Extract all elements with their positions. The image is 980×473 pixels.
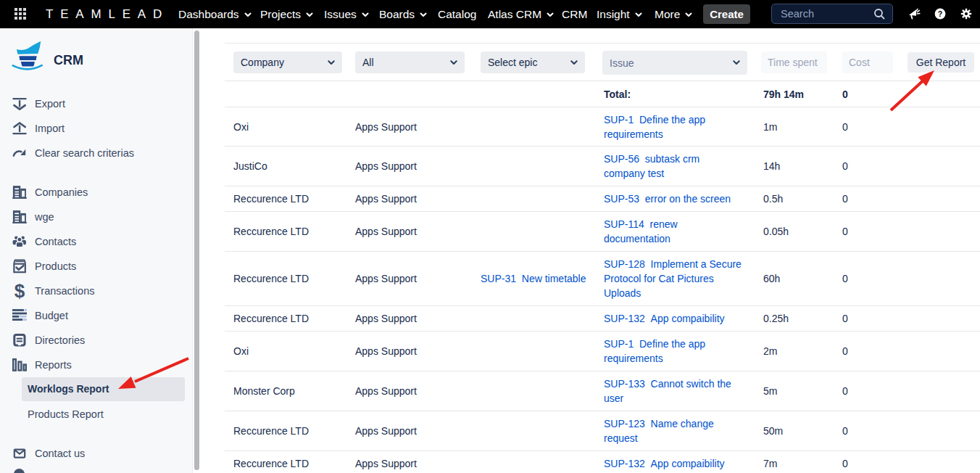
- svg-text:?: ?: [938, 9, 942, 18]
